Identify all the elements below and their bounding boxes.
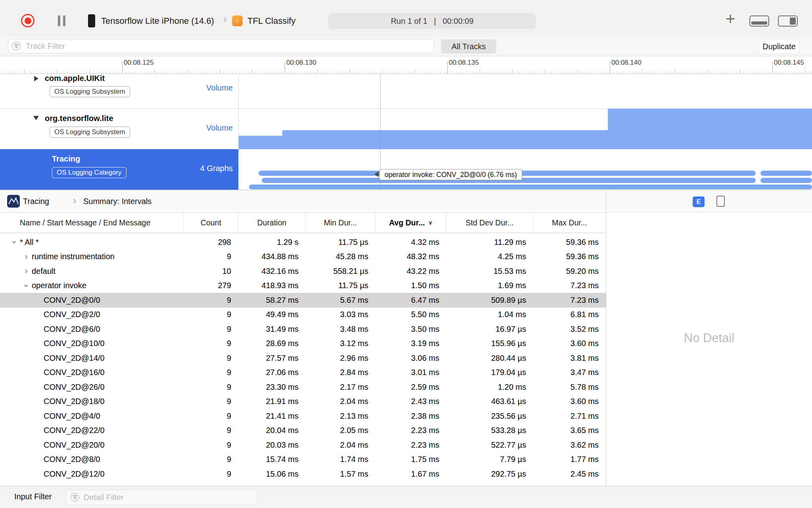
row-min-duration: 2.05 ms [306,426,375,435]
track-badge: OS Logging Subsystem [50,86,130,97]
row-name: runtime instrumentation [32,252,115,261]
row-max-duration: 5.78 ms [533,383,606,392]
ruler-ticks-major [0,62,812,73]
table-row[interactable]: CONV_2D@14/0 9 27.57 ms 2.96 ms 3.06 ms … [0,351,606,366]
table-row[interactable]: CONV_2D@10/0 9 28.69 ms 3.12 ms 3.19 ms … [0,337,606,351]
tree-chevron-icon[interactable] [21,252,32,261]
row-duration: 23.30 ms [238,383,306,392]
track-filter-bar: All Tracks Duplicate [0,37,812,56]
column-header-min[interactable]: Min Dur... [306,213,375,233]
disclosure-triangle-icon[interactable] [33,116,39,120]
row-name-cell: CONV_2D@10/0 [0,339,184,348]
table-row[interactable]: CONV_2D@4/0 9 21.41 ms 2.13 ms 2.38 ms 2… [0,409,606,423]
row-name: CONV_2D@8/0 [44,455,100,464]
row-avg-duration: 1.50 ms [375,281,446,290]
row-max-duration: 3.60 ms [533,397,606,406]
table-row[interactable]: CONV_2D@18/0 9 21.91 ms 2.04 ms 2.43 ms … [0,394,606,409]
row-duration: 27.57 ms [238,354,306,363]
track-filter-input[interactable] [8,39,434,54]
tree-chevron-icon[interactable] [21,267,32,275]
row-avg-duration: 3.01 ms [375,368,446,377]
row-stddev-duration: 280.44 µs [446,354,533,363]
row-avg-duration: 2.38 ms [375,412,446,421]
column-header-max[interactable]: Max Dur... [533,213,606,233]
table-row[interactable]: * All * 298 1.29 s 11.75 µs 4.32 ms 11.2… [0,235,606,250]
run-indicator[interactable]: Run 1 of 1 | 00:00:09 [328,13,536,29]
track-header-panel-selected: Tracing OS Logging Category 4 Graphs [0,149,238,190]
tree-chevron-icon[interactable] [21,281,32,290]
document-icon[interactable] [716,196,725,207]
table-row[interactable]: CONV_2D@16/0 9 27.06 ms 2.84 ms 3.01 ms … [0,366,606,380]
extended-detail-button[interactable]: E [693,196,705,207]
breadcrumb-item-summary[interactable]: Summary: Intervals [83,197,151,206]
table-row[interactable]: CONV_2D@12/0 9 15.06 ms 1.57 ms 1.67 ms … [0,467,606,481]
row-max-duration: 6.81 ms [533,310,606,319]
row-max-duration: 59.36 ms [533,238,606,247]
row-min-duration: 3.03 ms [306,310,375,319]
toggle-bottom-pane-button[interactable] [749,15,769,27]
bottom-pane-icon [751,21,767,25]
target-selector[interactable]: TFL Classify [247,16,295,26]
row-count: 9 [184,252,238,261]
toggle-right-pane-button[interactable] [778,15,798,27]
duplicate-button[interactable]: Duplicate [759,39,799,54]
row-min-duration: 2.04 ms [306,441,375,450]
device-selector[interactable]: Tensorflow Lite iPhone (14.6) [101,16,214,26]
track-meta-label: Volume [206,123,233,133]
table-row[interactable]: CONV_2D@2/0 9 49.49 ms 3.03 ms 5.50 ms 1… [0,308,606,322]
sort-chevron-icon: ∨ [429,219,433,226]
pause-button[interactable] [58,15,65,26]
ruler-label: 00:08.135 [449,59,479,67]
row-count: 9 [184,368,238,377]
column-header-avg-label: Avg Dur... [389,218,425,227]
pause-bar-icon [58,15,60,26]
row-max-duration: 2.71 ms [533,412,606,421]
table-row[interactable]: operator invoke 279 418.93 ms 11.75 µs 1… [0,279,606,293]
app-icon: ↑ [232,15,243,26]
table-row[interactable]: CONV_2D@6/0 9 31.49 ms 3.48 ms 3.50 ms 1… [0,322,606,337]
plus-icon[interactable]: + [726,10,735,28]
row-stddev-duration: 522.77 µs [446,441,533,450]
timeline-ruler[interactable]: 00:08.125 00:08.130 00:08.135 00:08.140 … [0,56,812,74]
row-stddev-duration: 509.89 µs [446,296,533,305]
column-header-count[interactable]: Count [184,213,238,233]
row-max-duration: 3.65 ms [533,426,606,435]
row-name: CONV_2D@26/0 [44,383,105,392]
row-name: * All * [20,238,39,247]
column-header-duration[interactable]: Duration [238,213,306,233]
row-duration: 27.06 ms [238,368,306,377]
row-stddev-duration: 16.97 µs [446,325,533,334]
detail-right-panel: E No Detail [606,190,812,486]
table-row[interactable]: runtime instrumentation 9 434.88 ms 45.2… [0,250,606,264]
row-avg-duration: 2.23 ms [375,441,446,450]
row-name-cell: runtime instrumentation [0,252,184,261]
row-avg-duration: 48.32 ms [375,252,446,261]
table-row[interactable]: CONV_2D@22/0 9 20.04 ms 2.05 ms 2.23 ms … [0,423,606,438]
row-duration: 20.03 ms [238,441,306,450]
row-max-duration: 1.77 ms [533,455,606,464]
table-row[interactable]: CONV_2D@0/0 9 58.27 ms 5.67 ms 6.47 ms 5… [0,293,606,308]
row-min-duration: 2.04 ms [306,397,375,406]
table-row[interactable]: CONV_2D@20/0 9 20.03 ms 2.04 ms 2.23 ms … [0,438,606,452]
row-duration: 1.29 s [238,238,306,247]
row-stddev-duration: 1.69 ms [446,281,533,290]
disclosure-triangle-icon[interactable] [34,76,38,81]
row-min-duration: 558.21 µs [306,267,375,276]
column-header-avg[interactable]: Avg Dur... ∨ [375,213,446,233]
row-stddev-duration: 179.04 µs [446,368,533,377]
table-row[interactable]: default 10 432.16 ms 558.21 µs 43.22 ms … [0,264,606,279]
row-duration: 21.91 ms [238,397,306,406]
row-count: 9 [184,441,238,450]
column-header-name[interactable]: Name / Start Message / End Message [0,213,184,233]
breadcrumb-item-tracing[interactable]: Tracing [23,197,49,206]
table-row[interactable]: CONV_2D@26/0 9 23.30 ms 2.17 ms 2.59 ms … [0,380,606,394]
table-row[interactable]: CONV_2D@8/0 9 15.74 ms 1.74 ms 1.75 ms 7… [0,452,606,467]
row-min-duration: 5.67 ms [306,296,375,305]
column-header-stddev[interactable]: Std Dev Dur... [446,213,533,233]
detail-filter-input[interactable] [66,490,258,505]
row-max-duration: 59.20 ms [533,267,606,276]
all-tracks-button[interactable]: All Tracks [441,39,496,54]
record-button[interactable] [21,14,34,27]
tree-chevron-icon[interactable] [9,238,20,246]
track-row-uikit[interactable]: com.apple.UIKit OS Logging Subsystem Vol… [0,74,812,109]
